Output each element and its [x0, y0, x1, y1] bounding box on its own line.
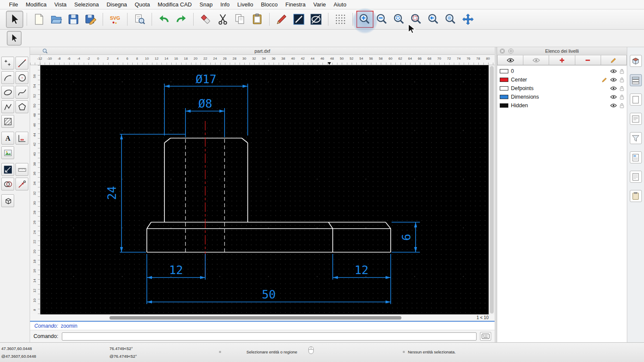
tool-arc-button[interactable] — [1, 71, 14, 84]
dock-block-list-button[interactable] — [630, 94, 642, 106]
layer-row-hidden[interactable]: Hidden — [497, 101, 627, 110]
layer-lock-icon[interactable] — [620, 77, 624, 83]
add-layer-button[interactable] — [549, 55, 575, 65]
layer-visibility-icon[interactable] — [610, 103, 617, 108]
zoom-in-button[interactable] — [356, 11, 374, 28]
tool-modify-button[interactable] — [1, 178, 14, 190]
copy-button[interactable] — [231, 11, 249, 28]
new-file-button[interactable] — [30, 11, 48, 28]
layer-lock-icon[interactable] — [620, 94, 624, 100]
undo-button[interactable] — [155, 11, 173, 28]
layer-lock-icon[interactable] — [620, 69, 624, 74]
layer-lock-icon[interactable] — [620, 103, 624, 109]
tool-snap-button[interactable] — [15, 178, 28, 190]
menu-finestra[interactable]: Finestra — [282, 1, 310, 8]
layer-row-0[interactable]: 0 — [497, 67, 627, 75]
cut-button[interactable] — [214, 11, 231, 28]
drawing-canvas[interactable]: Ø17 Ø8 24 6 12 12 50 — [40, 65, 489, 314]
tool-hatch-button[interactable] — [1, 115, 14, 128]
horizontal-scrollbar[interactable] — [41, 316, 465, 320]
zoom-window-button[interactable] — [442, 11, 459, 28]
tool-spline-button[interactable] — [15, 86, 28, 99]
menu-vista[interactable]: Vista — [50, 1, 70, 8]
command-input[interactable] — [62, 332, 477, 341]
hruler-label: 78 — [476, 57, 480, 60]
layer-name: Center — [511, 77, 599, 83]
vruler-label: 40 — [33, 151, 36, 158]
keyboard-icon — [482, 334, 489, 339]
tool-ellipse-button[interactable] — [1, 86, 14, 99]
dock-view-button[interactable] — [630, 55, 642, 67]
layer-row-dimensions[interactable]: Dimensions — [497, 93, 627, 101]
grid-toggle-button[interactable] — [332, 11, 349, 28]
layer-visibility-icon[interactable] — [610, 86, 617, 91]
tool-text-button[interactable]: A — [1, 132, 14, 145]
layer-row-center[interactable]: Center — [497, 75, 627, 84]
menu-info[interactable]: Info — [216, 1, 234, 8]
dock-notes-button[interactable] — [630, 171, 642, 183]
menu-varie[interactable]: Varie — [310, 1, 330, 8]
tool-ruler-button[interactable] — [15, 163, 28, 176]
tool-image-button[interactable] — [1, 146, 14, 159]
menu-quota[interactable]: Quota — [131, 1, 154, 8]
tool-dimension-button[interactable] — [15, 132, 28, 145]
menu-aiuto[interactable]: Aiuto — [330, 1, 350, 8]
dock-filter-button[interactable] — [630, 132, 642, 144]
tool-circle-button[interactable] — [15, 71, 28, 84]
layer-visibility-icon[interactable] — [610, 69, 617, 74]
menu-file[interactable]: File — [5, 1, 22, 8]
menu-livello[interactable]: Livello — [234, 1, 257, 8]
dock-properties-button[interactable] — [630, 151, 642, 163]
menu-snap[interactable]: Snap — [196, 1, 216, 8]
redo-button[interactable] — [173, 11, 190, 28]
panel-close-button[interactable] — [499, 48, 505, 54]
vertical-scrollbar-thumb[interactable] — [490, 66, 494, 314]
tool-points-button[interactable] — [1, 57, 14, 69]
layer-visibility-icon[interactable] — [610, 94, 617, 100]
document-titlebar[interactable]: part.dxf — [30, 47, 495, 55]
hide-all-layers-button[interactable] — [523, 55, 549, 65]
dock-layer-list-button[interactable] — [630, 74, 642, 86]
print-preview-button[interactable] — [131, 11, 148, 28]
edit-layer-button[interactable] — [601, 55, 627, 65]
open-file-button[interactable] — [48, 11, 65, 28]
tool-polygon-button[interactable] — [15, 100, 28, 113]
vertical-scrollbar[interactable] — [489, 65, 495, 314]
tool-polyline-button[interactable] — [1, 100, 14, 113]
panel-float-button[interactable] — [508, 48, 514, 54]
menu-disegna[interactable]: Disegna — [103, 1, 131, 8]
line-attributes-button[interactable] — [290, 11, 307, 28]
tool-box3d-button[interactable] — [1, 194, 14, 207]
menu-modifica[interactable]: Modifica — [22, 1, 50, 8]
dock-command-line-button[interactable] — [630, 113, 642, 125]
save-button[interactable] — [65, 11, 82, 28]
dock-clipboard-button[interactable] — [630, 190, 642, 202]
tool-line-button[interactable] — [15, 57, 28, 69]
keyboard-toggle-button[interactable] — [480, 332, 491, 341]
grid-status: 1 < 10 — [465, 315, 495, 320]
menu-blocco[interactable]: Blocco — [257, 1, 282, 8]
current-tool-button[interactable] — [7, 31, 21, 45]
ellipse-attributes-button[interactable] — [307, 11, 325, 28]
tool-measure-button[interactable] — [1, 163, 14, 176]
zoom-selection-button[interactable] — [408, 11, 425, 28]
select-tool-button[interactable] — [6, 11, 23, 28]
pen-attributes-button[interactable] — [273, 11, 290, 28]
zoom-out-button[interactable] — [374, 11, 391, 28]
remove-layer-button[interactable] — [575, 55, 601, 65]
layer-row-defpoints[interactable]: Defpoints — [497, 84, 627, 93]
menu-modifica-cad[interactable]: Modifica CAD — [154, 1, 195, 8]
delete-button[interactable] — [197, 11, 214, 28]
zoom-auto-button[interactable] — [391, 11, 408, 28]
horizontal-scrollbar-thumb[interactable] — [109, 316, 401, 320]
menu-seleziona[interactable]: Seleziona — [70, 1, 103, 8]
paste-button[interactable] — [249, 11, 266, 28]
layer-visibility-icon[interactable] — [610, 77, 617, 82]
vertical-ruler-ticks — [38, 65, 40, 314]
save-as-button[interactable] — [82, 11, 99, 28]
svg-export-button[interactable]: SVG — [106, 11, 124, 28]
pan-button[interactable] — [459, 11, 477, 28]
show-all-layers-button[interactable] — [497, 55, 523, 65]
layer-lock-icon[interactable] — [620, 86, 624, 91]
zoom-previous-button[interactable] — [425, 11, 442, 28]
